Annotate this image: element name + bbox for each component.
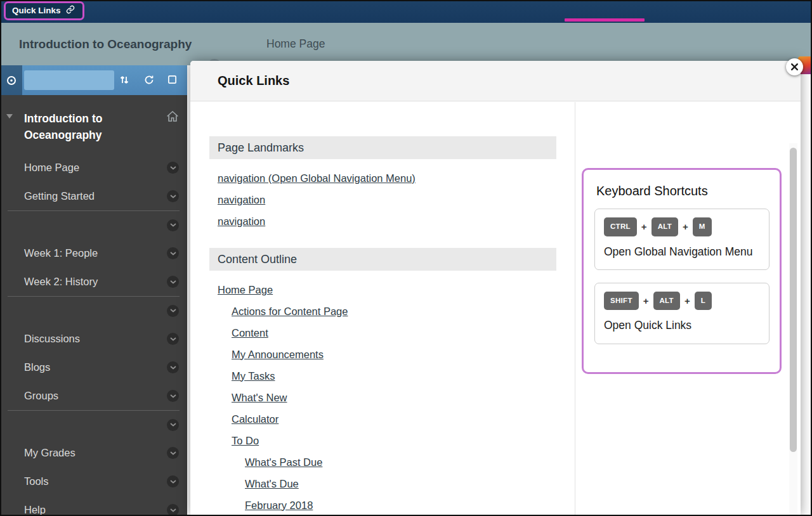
sidebar-item-blogs[interactable]: Blogs — [0, 353, 187, 382]
outline-link-actions-for-content-page[interactable]: Actions for Content Page — [209, 306, 348, 318]
menu-view-toggle[interactable] — [24, 70, 114, 90]
course-menu: Home PageGetting StartedWeek 1: PeopleWe… — [0, 153, 187, 516]
reorder-icon[interactable] — [119, 75, 129, 87]
landmark-link-navigation[interactable]: navigation — [209, 194, 265, 206]
course-header: Introduction to Oceanography Home Page — [0, 23, 812, 65]
chevron-down-icon[interactable] — [167, 219, 179, 231]
sidebar-divider — [8, 210, 180, 239]
chevron-down-icon[interactable] — [167, 361, 179, 373]
sidebar-item-discussions[interactable]: Discussions — [0, 325, 187, 353]
sidebar-item-label: Week 2: History — [24, 276, 167, 288]
link-row: navigation — [209, 210, 556, 232]
shortcut-card: CTRL+ALT+MOpen Global Navigation Menu — [594, 209, 769, 270]
open-in-window-icon[interactable] — [167, 75, 177, 87]
outline-link-what-s-past-due[interactable]: What's Past Due — [209, 456, 322, 468]
sidebar-item-label: Tools — [24, 475, 167, 487]
page-landmarks-list: navigation (Open Global Navigation Menu)… — [209, 167, 556, 232]
outline-link-home-page[interactable]: Home Page — [209, 284, 273, 296]
chevron-down-icon[interactable] — [167, 305, 179, 317]
modal-left-column: Page Landmarks navigation (Open Global N… — [190, 102, 575, 516]
chevron-down-icon[interactable] — [167, 162, 179, 174]
sidebar-toolbar — [0, 65, 187, 95]
modal-body: Page Landmarks navigation (Open Global N… — [190, 102, 801, 516]
sidebar-divider — [8, 410, 180, 439]
refresh-icon[interactable] — [144, 75, 154, 87]
link-row: Calculator — [209, 408, 556, 430]
link-row: February 2018 — [209, 494, 556, 516]
link-row: navigation (Open Global Navigation Menu) — [209, 167, 556, 189]
chevron-down-icon[interactable] — [167, 447, 179, 459]
course-sidebar: Introduction to Oceanography Home PageGe… — [0, 65, 187, 516]
outline-link-what-s-new[interactable]: What's New — [209, 392, 287, 404]
sidebar-item-tools[interactable]: Tools — [0, 467, 187, 496]
shortcut-keys: CTRL+ALT+M — [604, 217, 760, 236]
chevron-down-icon[interactable] — [167, 333, 179, 345]
sidebar-item-week-1-people[interactable]: Week 1: People — [0, 239, 187, 268]
chevron-down-icon[interactable] — [167, 247, 179, 259]
plus-separator: + — [641, 221, 647, 232]
keyboard-shortcuts-heading: Keyboard Shortcuts — [596, 184, 769, 198]
sidebar-course-title-row[interactable]: Introduction to Oceanography — [0, 95, 187, 153]
content-outline-list: Home PageActions for Content PageContent… — [209, 279, 556, 516]
chevron-down-icon[interactable] — [167, 475, 179, 487]
active-tab-indicator — [565, 18, 645, 22]
home-icon[interactable] — [166, 110, 179, 125]
sidebar-item-my-grades[interactable]: My Grades — [0, 439, 187, 467]
keycap-ctrl: CTRL — [604, 217, 637, 236]
chevron-down-icon[interactable] — [167, 419, 179, 431]
link-row: To Do — [209, 430, 556, 451]
shortcut-label: Open Global Navigation Menu — [604, 244, 760, 260]
sidebar-item-help[interactable]: Help — [0, 496, 187, 516]
sidebar-item-label: My Grades — [24, 447, 167, 459]
chevron-down-icon[interactable] — [167, 504, 179, 516]
link-row: My Announcements — [209, 344, 556, 365]
outline-link-my-announcements[interactable]: My Announcements — [209, 349, 324, 361]
sidebar-item-getting-started[interactable]: Getting Started — [0, 182, 187, 210]
sidebar-item-home-page[interactable]: Home Page — [0, 153, 187, 182]
link-row: What's Past Due — [209, 451, 556, 473]
modal-header: Quick Links — [190, 61, 801, 101]
collapse-menu-button[interactable] — [0, 65, 22, 95]
sidebar-item-label: Discussions — [24, 333, 167, 345]
landmark-link-navigation-open-global-navigation-menu[interactable]: navigation (Open Global Navigation Menu) — [209, 172, 416, 184]
quick-links-button[interactable]: Quick Links — [4, 1, 84, 20]
outline-link-february-2018[interactable]: February 2018 — [209, 500, 313, 512]
page-landmarks-heading: Page Landmarks — [209, 136, 556, 159]
plus-separator: + — [684, 295, 690, 306]
sidebar-item-label: Help — [24, 504, 167, 516]
outline-link-what-s-due[interactable]: What's Due — [209, 478, 299, 490]
chevron-down-icon[interactable] — [167, 276, 179, 288]
course-header-title: Introduction to Oceanography — [19, 23, 192, 65]
keyboard-shortcuts-panel: Keyboard Shortcuts CTRL+ALT+MOpen Global… — [582, 168, 782, 374]
chevron-down-icon[interactable] — [167, 390, 179, 402]
keycap-l: L — [695, 292, 712, 311]
sidebar-item-label: Getting Started — [24, 190, 167, 202]
close-icon[interactable] — [786, 58, 803, 75]
sidebar-course-title: Introduction to Oceanography — [24, 110, 159, 143]
keycap-m: M — [693, 217, 712, 236]
scrollbar-thumb[interactable] — [790, 148, 797, 452]
outline-link-content[interactable]: Content — [209, 327, 268, 339]
outline-link-calculator[interactable]: Calculator — [209, 413, 278, 425]
quick-links-button-label: Quick Links — [12, 6, 61, 15]
link-row: navigation — [209, 189, 556, 210]
sidebar-item-groups[interactable]: Groups — [0, 382, 187, 410]
shortcut-list: CTRL+ALT+MOpen Global Navigation MenuSHI… — [594, 209, 769, 344]
sidebar-item-label: Blogs — [24, 361, 167, 373]
chevron-down-icon[interactable] — [167, 190, 179, 202]
outline-link-to-do[interactable]: To Do — [209, 435, 259, 447]
modal-scrollbar[interactable] — [789, 143, 797, 516]
landmark-link-navigation[interactable]: navigation — [209, 216, 265, 228]
shortcut-keys: SHIFT+ALT+L — [604, 292, 760, 311]
plus-separator: + — [683, 221, 688, 232]
outline-link-my-tasks[interactable]: My Tasks — [209, 370, 275, 382]
breadcrumb-page-title: Home Page — [266, 23, 325, 65]
modal-title: Quick Links — [218, 74, 289, 88]
collapse-triangle-icon[interactable] — [6, 114, 13, 119]
sidebar-item-label: Week 1: People — [24, 247, 167, 259]
sidebar-item-week-2-history[interactable]: Week 2: History — [0, 268, 187, 296]
shortcut-label: Open Quick Links — [604, 318, 760, 333]
sidebar-divider — [8, 296, 180, 325]
link-row: My Tasks — [209, 365, 556, 387]
link-row: Home Page — [209, 279, 556, 300]
